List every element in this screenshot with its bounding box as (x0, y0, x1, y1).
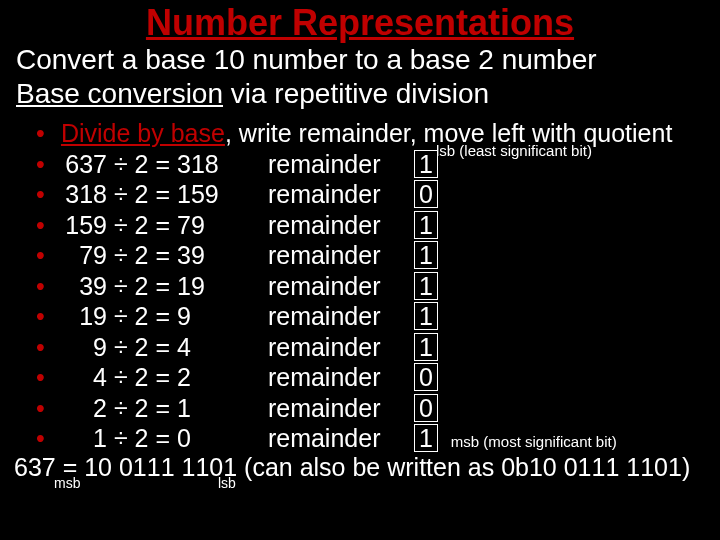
slide-title: Number Representations (0, 0, 720, 42)
msb-note: msb (most significant bit) (451, 433, 617, 451)
bullet-icon: • (36, 332, 54, 363)
bullet-icon: • (36, 362, 54, 393)
subtitle-line-1: Convert a base 10 number to a base 2 num… (0, 44, 720, 76)
division-row: • 39 ÷ 2 = 19 remainder 1 (36, 271, 720, 302)
division-row: • 318 ÷ 2 = 159 remainder 0 (36, 179, 720, 210)
division-row: • 9 ÷ 2 = 4 remainder 1 (36, 332, 720, 363)
subtitle-rest: via repetitive division (223, 78, 489, 109)
remainder-bit: 1 (414, 333, 438, 361)
remainder-bit: 1 (414, 150, 438, 178)
division-row: • 4 ÷ 2 = 2 remainder 0 (36, 362, 720, 393)
bullet-icon: • (36, 118, 54, 149)
remainder-bit: 1 (414, 241, 438, 269)
lead-bullet: • Divide by base, write remainder, move … (36, 118, 720, 149)
slide: { "title": "Number Representations", "su… (0, 0, 720, 540)
bullet-list: • Divide by base, write remainder, move … (0, 110, 720, 454)
bullet-icon: • (36, 423, 54, 454)
final-line: 637 = 10 0111 1101 (can also be written … (0, 454, 720, 482)
msb-label: msb (54, 475, 80, 491)
subtitle-line-2: Base conversion via repetitive division (0, 78, 720, 110)
bullet-icon: • (36, 271, 54, 302)
bullet-icon: • (36, 149, 54, 180)
division-row: • 2 ÷ 2 = 1 remainder 0 (36, 393, 720, 424)
remainder-bit: 0 (414, 363, 438, 391)
remainder-bit: 0 (414, 394, 438, 422)
bullet-icon: • (36, 301, 54, 332)
remainder-bit: 1 (414, 272, 438, 300)
division-row: • 159 ÷ 2 = 79 remainder 1 (36, 210, 720, 241)
lead-red: Divide by base (61, 119, 225, 147)
remainder-bit: 1 (414, 424, 438, 452)
division-row: • 79 ÷ 2 = 39 remainder 1 (36, 240, 720, 271)
division-row: • 637 ÷ 2 = 318 remainder 1 (36, 149, 720, 180)
subtitle-underlined: Base conversion (16, 78, 223, 109)
bullet-icon: • (36, 179, 54, 210)
sub-labels: msb lsb (0, 481, 720, 499)
remainder-bit: 1 (414, 211, 438, 239)
bullet-icon: • (36, 240, 54, 271)
division-row: • 19 ÷ 2 = 9 remainder 1 (36, 301, 720, 332)
remainder-bit: 0 (414, 180, 438, 208)
division-row: • 1 ÷ 2 = 0 remainder 1 msb (most signif… (36, 423, 720, 454)
remainder-bit: 1 (414, 302, 438, 330)
bullet-icon: • (36, 210, 54, 241)
bullet-icon: • (36, 393, 54, 424)
lsb-label: lsb (218, 475, 236, 491)
